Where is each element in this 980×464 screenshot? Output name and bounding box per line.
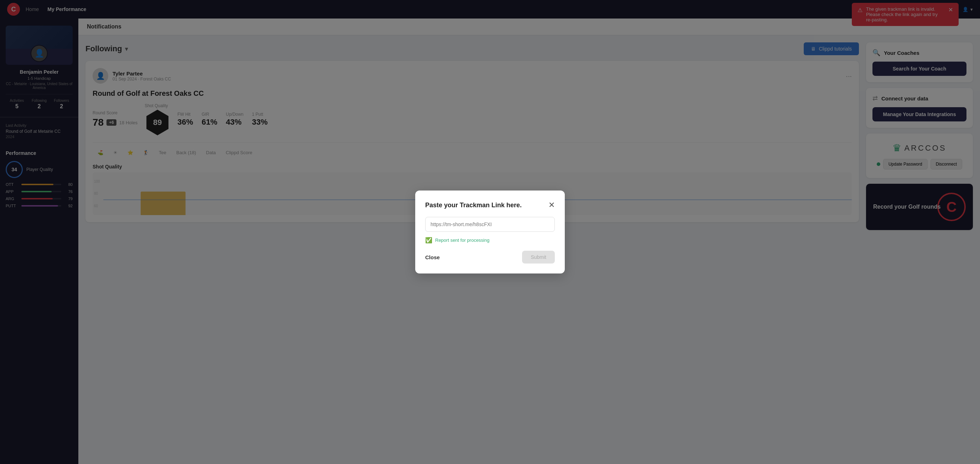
trackman-modal: Paste your Trackman Link here. ✕ ✅ Repor… — [415, 191, 565, 273]
trackman-link-input[interactable] — [425, 217, 555, 232]
modal-close-button[interactable]: Close — [425, 254, 440, 260]
success-message: ✅ Report sent for processing — [425, 237, 555, 243]
modal-actions: Close Submit — [425, 251, 555, 264]
modal-submit-button[interactable]: Submit — [522, 251, 555, 264]
modal-overlay[interactable]: Paste your Trackman Link here. ✕ ✅ Repor… — [0, 0, 980, 464]
modal-title: Paste your Trackman Link here. — [425, 202, 522, 209]
check-icon: ✅ — [425, 237, 432, 243]
modal-close-x-button[interactable]: ✕ — [549, 200, 555, 210]
